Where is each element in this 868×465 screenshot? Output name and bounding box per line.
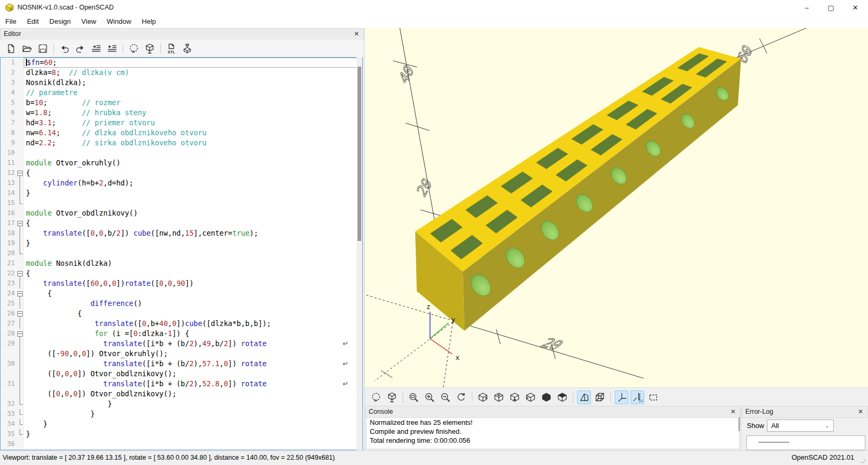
line-number[interactable]: 16	[1, 208, 16, 218]
fold-margin[interactable]	[16, 299, 24, 309]
zoom-out-button[interactable]	[438, 390, 452, 404]
export-stl-button[interactable]: STL	[165, 42, 178, 55]
line-number[interactable]: 8	[1, 128, 16, 138]
fold-margin[interactable]	[16, 329, 24, 339]
line-number[interactable]: 9	[1, 138, 16, 148]
indent-button[interactable]	[105, 42, 119, 55]
fold-margin[interactable]	[16, 108, 24, 118]
reset-view-button[interactable]	[454, 390, 468, 404]
resize-grip[interactable]	[861, 458, 866, 463]
line-number[interactable]: 35	[1, 429, 16, 439]
line-number[interactable]: 27	[1, 319, 16, 329]
editor-scrollbar-thumb[interactable]	[358, 67, 361, 241]
fold-margin[interactable]	[16, 88, 24, 98]
line-number[interactable]: 18	[1, 228, 16, 238]
unindent-button[interactable]	[89, 42, 103, 55]
fold-collapse-icon[interactable]	[17, 171, 23, 176]
zoom-in-button[interactable]	[423, 390, 436, 404]
code-editor[interactable]: 1$fn=60;2dlzka=8; // dlzka(v cm)3Nosnik(…	[0, 57, 363, 450]
menu-view[interactable]: View	[76, 16, 102, 28]
new-button[interactable]	[4, 42, 18, 55]
menu-window[interactable]: Window	[102, 16, 136, 28]
3d-viewport[interactable]: 40202060zyx	[365, 28, 868, 387]
line-number[interactable]: 22	[1, 268, 16, 278]
line-number[interactable]: 32	[1, 399, 16, 409]
line-number[interactable]: 23	[1, 278, 16, 289]
fold-margin[interactable]	[16, 68, 24, 78]
fold-margin[interactable]	[16, 439, 24, 449]
fold-margin[interactable]	[16, 409, 24, 419]
save-button[interactable]	[36, 42, 50, 55]
console-close-icon[interactable]: ✕	[730, 406, 736, 417]
console-output[interactable]: Normalized tree has 25 elements!Compile …	[366, 417, 739, 449]
view-back-button[interactable]	[555, 390, 569, 404]
line-number[interactable]: 28	[1, 329, 16, 339]
line-number[interactable]: 26	[1, 309, 16, 319]
fold-margin[interactable]	[16, 188, 24, 198]
line-number[interactable]: 1	[1, 58, 16, 68]
line-number[interactable]	[1, 349, 16, 359]
view-front-button[interactable]	[540, 390, 553, 404]
maximize-button[interactable]: ▢	[819, 0, 843, 16]
line-number[interactable]: 31	[1, 379, 16, 389]
line-number[interactable]: 6	[1, 108, 16, 118]
fold-margin[interactable]	[16, 379, 24, 389]
fold-margin[interactable]	[16, 319, 24, 329]
fold-margin[interactable]	[16, 258, 24, 268]
fold-margin[interactable]	[16, 208, 24, 218]
menu-help[interactable]: Help	[136, 16, 161, 28]
fold-margin[interactable]	[16, 419, 24, 429]
menu-edit[interactable]: Edit	[22, 16, 44, 28]
preview-button[interactable]: »	[369, 390, 383, 404]
fold-margin[interactable]	[16, 128, 24, 138]
fold-margin[interactable]	[16, 268, 24, 278]
redo-button[interactable]	[74, 42, 87, 55]
zoom-all-button[interactable]	[407, 390, 421, 404]
line-number[interactable]: 7	[1, 118, 16, 128]
fold-margin[interactable]	[16, 349, 24, 359]
line-number[interactable]	[1, 389, 16, 399]
line-number[interactable]: 4	[1, 88, 16, 98]
line-number[interactable]: 15	[1, 198, 16, 208]
error-log-panel-header[interactable]: Error-Log ✕	[742, 406, 868, 418]
fold-margin[interactable]	[16, 98, 24, 108]
line-number[interactable]: 12	[1, 168, 16, 178]
undo-button[interactable]	[58, 42, 71, 55]
show-axes-button[interactable]	[615, 390, 628, 404]
editor-panel-header[interactable]: Editor ✕	[0, 28, 364, 40]
line-number[interactable]: 25	[1, 299, 16, 309]
line-number[interactable]: 5	[1, 98, 16, 108]
fold-margin[interactable]	[16, 228, 24, 238]
line-number[interactable]: 21	[1, 258, 16, 268]
fold-margin[interactable]	[16, 168, 24, 178]
fold-margin[interactable]	[16, 178, 24, 188]
line-number[interactable]: 36	[1, 439, 16, 449]
view-right-button[interactable]	[476, 390, 490, 404]
fold-margin[interactable]	[16, 158, 24, 168]
console-panel-header[interactable]: Console ✕	[365, 406, 741, 418]
line-number[interactable]: 19	[1, 238, 16, 248]
show-scale-markers-button[interactable]: 10	[631, 390, 644, 404]
fold-collapse-icon[interactable]	[17, 271, 23, 276]
error-log-close-icon[interactable]: ✕	[858, 406, 863, 417]
orthogonal-button[interactable]	[593, 390, 607, 404]
error-log-list[interactable]	[746, 435, 865, 450]
fold-collapse-icon[interactable]	[17, 221, 23, 226]
fold-collapse-icon[interactable]	[17, 331, 23, 337]
fold-margin[interactable]	[16, 238, 24, 248]
line-number[interactable]: 2	[1, 68, 16, 78]
line-number[interactable]: 29	[1, 339, 16, 349]
fold-margin[interactable]	[16, 58, 24, 68]
fold-margin[interactable]	[16, 289, 24, 299]
preview-button[interactable]: »	[127, 42, 141, 55]
fold-margin[interactable]	[16, 218, 24, 228]
print-3d-button[interactable]	[180, 42, 194, 55]
fold-margin[interactable]	[16, 118, 24, 128]
view-all-button[interactable]	[646, 390, 660, 404]
fold-margin[interactable]	[16, 369, 24, 379]
fold-margin[interactable]	[16, 399, 24, 409]
perspective-button[interactable]	[577, 390, 591, 404]
view-left-button[interactable]	[524, 390, 537, 404]
line-number[interactable]: 13	[1, 178, 16, 188]
console-scrollbar-thumb[interactable]	[738, 417, 740, 431]
